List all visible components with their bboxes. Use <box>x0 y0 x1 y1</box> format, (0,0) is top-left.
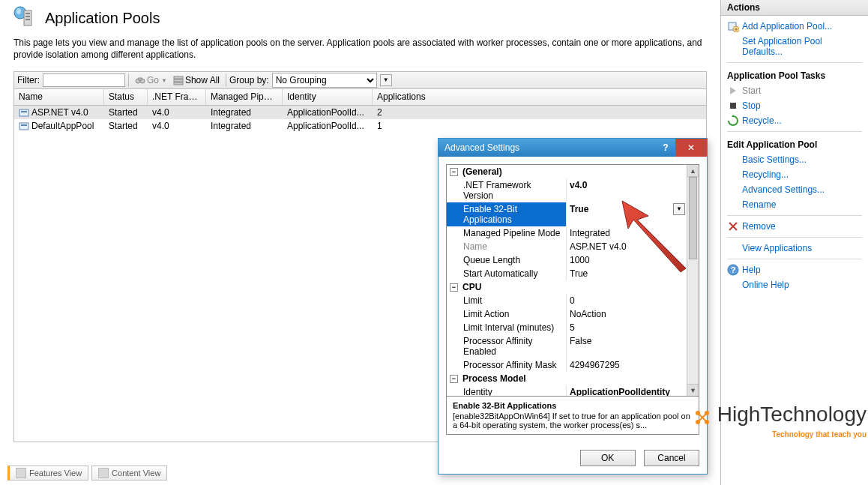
property-description: Enable 32-Bit Applications [enable32BitA… <box>446 397 699 435</box>
grid-row[interactable]: ASP.NET v4.0Startedv4.0IntegratedApplica… <box>14 106 706 119</box>
content-view-tab[interactable]: Content View <box>91 466 167 481</box>
property-value[interactable]: ApplicationPoolIdentity <box>567 385 687 397</box>
property-row[interactable]: Managed Pipeline ModeIntegrated <box>447 226 687 240</box>
property-value[interactable]: NoAction <box>567 307 687 321</box>
online-help-link[interactable]: Online Help <box>727 277 862 292</box>
property-value[interactable]: ASP.NET v4.0 <box>567 240 687 253</box>
property-value[interactable]: 4294967295 <box>567 358 687 372</box>
dialog-help-button[interactable]: ? <box>656 142 675 153</box>
property-row[interactable]: IdentityApplicationPoolIdentity <box>447 385 687 397</box>
property-value[interactable]: 1000 <box>567 253 687 267</box>
property-row[interactable]: NameASP.NET v4.0 <box>447 240 687 253</box>
watermark: HighTechnology Technology that teach you <box>692 403 867 439</box>
scroll-up-arrow[interactable]: ▲ <box>687 165 699 177</box>
col-name[interactable]: Name <box>14 89 104 105</box>
scrollbar[interactable]: ▲ ▼ <box>687 165 699 396</box>
property-category[interactable]: −Process Model <box>447 372 687 385</box>
view-options-button[interactable]: ▼ <box>380 74 392 86</box>
filter-input[interactable] <box>43 73 125 87</box>
property-row[interactable]: Limit0 <box>447 294 687 307</box>
property-value[interactable]: 5 <box>567 321 687 334</box>
svg-rect-3 <box>25 13 30 14</box>
property-value[interactable]: v4.0 <box>567 178 687 202</box>
binoculars-icon <box>135 75 145 85</box>
property-row[interactable]: Limit ActionNoAction <box>447 307 687 321</box>
property-row[interactable]: Processor Affinity Mask4294967295 <box>447 358 687 372</box>
ok-button[interactable]: OK <box>580 450 636 466</box>
rename-action[interactable]: Rename <box>727 197 862 212</box>
help-icon: ? <box>727 264 739 276</box>
group-by-label: Group by: <box>229 75 269 85</box>
property-value[interactable]: True▼ <box>567 202 687 226</box>
grid-row[interactable]: DefaultAppPoolStartedv4.0IntegratedAppli… <box>14 119 706 133</box>
basic-settings[interactable]: Basic Settings... <box>727 152 862 167</box>
actions-header: Actions <box>721 0 868 16</box>
col-net-framework[interactable]: .NET Fram... <box>148 89 206 105</box>
add-application-pool[interactable]: Add Application Pool... <box>727 19 862 34</box>
property-row[interactable]: Processor Affinity EnabledFalse <box>447 334 687 358</box>
svg-rect-11 <box>174 82 183 85</box>
scroll-down-arrow[interactable]: ▼ <box>687 384 699 396</box>
server-icon <box>13 6 37 30</box>
property-name: Processor Affinity Mask <box>447 358 567 372</box>
collapse-icon[interactable]: − <box>450 283 458 292</box>
svg-rect-8 <box>139 78 142 80</box>
dialog-buttons: OK Cancel <box>438 442 707 474</box>
property-name: Limit <box>447 294 567 307</box>
svg-rect-13 <box>21 111 27 112</box>
stop-icon <box>727 100 739 112</box>
property-value[interactable]: 0 <box>567 294 687 307</box>
watermark-title: HighTechnology <box>717 403 867 426</box>
property-row[interactable]: Enable 32-Bit ApplicationsTrue▼ <box>447 202 687 226</box>
recycling-settings[interactable]: Recycling... <box>727 167 862 182</box>
watermark-tagline: Technology that teach you <box>692 430 867 439</box>
col-managed-pipeline[interactable]: Managed Pipel... <box>206 89 283 105</box>
cancel-button[interactable]: Cancel <box>644 450 699 466</box>
separator <box>128 73 129 87</box>
property-category[interactable]: −(General) <box>447 165 687 178</box>
property-value[interactable]: Integrated <box>567 226 687 240</box>
dropdown-button[interactable]: ▼ <box>673 203 685 215</box>
show-all-button[interactable]: Show All <box>170 75 223 85</box>
property-row[interactable]: Start AutomaticallyTrue <box>447 267 687 280</box>
property-grid: −(General).NET Framework Versionv4.0Enab… <box>446 164 699 397</box>
actions-body: Add Application Pool... Set Application … <box>721 16 868 295</box>
scroll-thumb[interactable] <box>689 177 697 259</box>
property-row[interactable]: Queue Length1000 <box>447 253 687 267</box>
collapse-icon[interactable]: − <box>450 375 458 383</box>
property-name: .NET Framework Version <box>447 178 567 202</box>
col-status[interactable]: Status <box>104 89 148 105</box>
property-name: Queue Length <box>447 253 567 267</box>
stop-action[interactable]: Stop <box>727 98 862 113</box>
col-applications[interactable]: Applications <box>373 89 706 105</box>
property-row[interactable]: Limit Interval (minutes)5 <box>447 321 687 334</box>
property-category[interactable]: −CPU <box>447 280 687 294</box>
collapse-icon[interactable]: − <box>450 168 458 176</box>
features-view-tab[interactable]: Features View <box>7 466 88 481</box>
property-value[interactable]: True <box>567 267 687 280</box>
property-row[interactable]: .NET Framework Versionv4.0 <box>447 178 687 202</box>
recycle-action[interactable]: Recycle... <box>727 113 862 128</box>
grid-header: Name Status .NET Fram... Managed Pipel..… <box>14 89 706 106</box>
features-icon <box>16 468 26 478</box>
pool-icon <box>19 107 29 118</box>
set-defaults[interactable]: Set Application Pool Defaults... <box>727 34 862 59</box>
go-button[interactable]: Go ▼ <box>132 75 170 85</box>
svg-rect-10 <box>174 79 183 82</box>
property-value[interactable]: False <box>567 334 687 358</box>
property-name: Name <box>447 240 567 253</box>
help-link[interactable]: ? Help <box>727 262 862 277</box>
advanced-settings-dialog: Advanced Settings ? ✕ −(General).NET Fra… <box>438 138 708 475</box>
remove-action[interactable]: Remove <box>727 219 862 234</box>
divider <box>727 259 862 259</box>
dialog-close-button[interactable]: ✕ <box>675 139 707 157</box>
edit-heading: Edit Application Pool <box>727 135 862 152</box>
property-name: Identity <box>447 385 567 397</box>
remove-icon <box>727 220 739 232</box>
dialog-titlebar[interactable]: Advanced Settings ? ✕ <box>438 139 707 157</box>
recycle-icon <box>727 115 739 127</box>
view-applications[interactable]: View Applications <box>727 241 862 256</box>
group-by-select[interactable]: No Grouping <box>272 73 377 88</box>
col-identity[interactable]: Identity <box>283 89 373 105</box>
advanced-settings[interactable]: Advanced Settings... <box>727 182 862 197</box>
